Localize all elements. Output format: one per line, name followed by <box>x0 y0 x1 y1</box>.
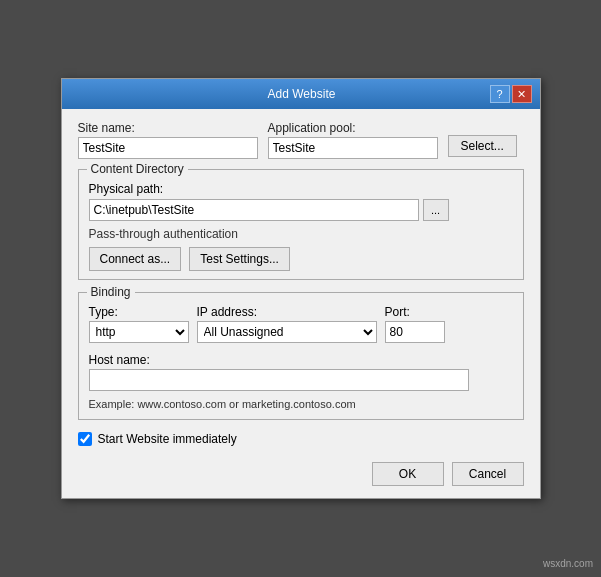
app-pool-label: Application pool: <box>268 121 438 135</box>
binding-content: Type: http https IP address: All Unassig… <box>89 305 513 411</box>
close-button[interactable]: ✕ <box>512 85 532 103</box>
dialog-title: Add Website <box>114 87 490 101</box>
content-directory-legend: Content Directory <box>87 162 188 176</box>
example-text: Example: www.contoso.com or marketing.co… <box>89 398 356 410</box>
add-website-dialog: Add Website ? ✕ Site name: Application p… <box>61 78 541 499</box>
ok-cancel-row: OK Cancel <box>78 458 524 486</box>
port-input[interactable] <box>385 321 445 343</box>
port-label: Port: <box>385 305 445 319</box>
ok-button[interactable]: OK <box>372 462 444 486</box>
test-settings-button[interactable]: Test Settings... <box>189 247 290 271</box>
pass-through-label: Pass-through authentication <box>89 227 513 241</box>
title-bar: Add Website ? ✕ <box>62 79 540 109</box>
port-field: Port: <box>385 305 445 343</box>
binding-legend: Binding <box>87 285 135 299</box>
host-name-label: Host name: <box>89 353 513 367</box>
action-buttons: Connect as... Test Settings... <box>89 247 513 271</box>
select-button[interactable]: Select... <box>448 135 517 157</box>
physical-path-row: ... <box>89 199 513 221</box>
ip-label: IP address: <box>197 305 377 319</box>
binding-section: Binding Type: http https IP address: All… <box>78 292 524 420</box>
dialog-body: Site name: Application pool: Select... C… <box>62 109 540 498</box>
connect-as-button[interactable]: Connect as... <box>89 247 182 271</box>
binding-type-row: Type: http https IP address: All Unassig… <box>89 305 513 343</box>
site-app-row: Site name: Application pool: Select... <box>78 121 524 159</box>
app-pool-group: Application pool: <box>268 121 438 159</box>
content-directory-section: Content Directory Physical path: ... Pas… <box>78 169 524 280</box>
title-bar-buttons: ? ✕ <box>490 85 532 103</box>
host-name-input[interactable] <box>89 369 469 391</box>
physical-path-label: Physical path: <box>89 182 513 196</box>
watermark: wsxdn.com <box>543 558 593 569</box>
site-name-input[interactable] <box>78 137 258 159</box>
cancel-button[interactable]: Cancel <box>452 462 524 486</box>
host-name-row: Host name: <box>89 353 513 391</box>
content-directory-content: Physical path: ... Pass-through authenti… <box>89 182 513 271</box>
start-website-checkbox[interactable] <box>78 432 92 446</box>
ip-select[interactable]: All Unassigned <box>197 321 377 343</box>
physical-path-input[interactable] <box>89 199 419 221</box>
site-name-group: Site name: <box>78 121 258 159</box>
type-label: Type: <box>89 305 189 319</box>
site-name-label: Site name: <box>78 121 258 135</box>
help-button[interactable]: ? <box>490 85 510 103</box>
ip-field: IP address: All Unassigned <box>197 305 377 343</box>
app-pool-input[interactable] <box>268 137 438 159</box>
browse-button[interactable]: ... <box>423 199 449 221</box>
type-field: Type: http https <box>89 305 189 343</box>
type-select[interactable]: http https <box>89 321 189 343</box>
start-website-label: Start Website immediately <box>98 432 237 446</box>
start-website-row: Start Website immediately <box>78 432 524 446</box>
